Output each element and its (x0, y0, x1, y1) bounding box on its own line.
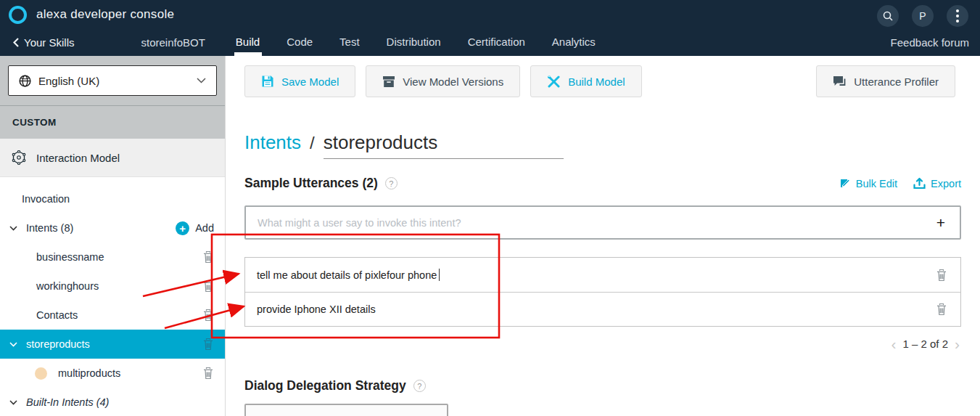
archive-box-icon (382, 76, 395, 88)
sidebar-item-contacts[interactable]: Contacts (0, 301, 225, 330)
delete-intent-button[interactable] (202, 280, 214, 293)
bulk-edit-link[interactable]: Bulk Edit (839, 177, 897, 189)
dialog-delegation-select[interactable] (244, 404, 448, 416)
trash-icon (202, 367, 214, 380)
sidebar: English (UK) CUSTOM Interaction Model In… (0, 56, 225, 416)
dialog-delegation-title: Dialog Delegation Strategy (244, 378, 406, 393)
export-icon (913, 177, 926, 189)
intent-label: businessname (36, 251, 104, 263)
top-header: alexa developer console P Your Skills st… (0, 0, 980, 56)
tab-code[interactable]: Code (287, 29, 313, 57)
page-prev-button[interactable]: ‹ (891, 336, 896, 351)
language-label: English (UK) (38, 75, 99, 87)
invocation-label: Invocation (22, 193, 70, 205)
sidebar-item-built-in-intents[interactable]: Built-In Intents (4) (0, 388, 225, 416)
export-link[interactable]: Export (913, 177, 961, 189)
delete-intent-button[interactable] (202, 367, 214, 380)
tab-analytics[interactable]: Analytics (552, 29, 596, 57)
plus-circle-icon: + (176, 221, 189, 235)
sidebar-item-intents[interactable]: Intents (8) + Add (0, 213, 225, 242)
utterance-input[interactable] (246, 217, 922, 229)
utterance-profiler-label: Utterance Profiler (854, 76, 939, 88)
feedback-forum-link[interactable]: Feedback forum (891, 36, 969, 49)
sidebar-item-multiproducts[interactable]: multiproducts (0, 359, 225, 388)
trash-icon (936, 303, 947, 316)
utterance-row[interactable]: tell me about details of pixlefour phone (245, 258, 960, 292)
tab-distribution[interactable]: Distribution (387, 29, 441, 57)
trash-icon (202, 309, 214, 322)
tab-build[interactable]: Build (236, 29, 260, 57)
back-label: Your Skills (24, 36, 74, 49)
chevron-left-icon (13, 38, 19, 47)
delete-utterance-button[interactable] (936, 303, 947, 316)
kebab-menu-icon (956, 9, 959, 23)
tab-test[interactable]: Test (339, 29, 360, 57)
sidebar-item-workinghours[interactable]: workinghours (0, 272, 225, 301)
intent-label: workinghours (36, 280, 99, 292)
intent-label: storeproducts (26, 338, 90, 350)
bulk-edit-label: Bulk Edit (856, 178, 897, 189)
breadcrumb-intents-link[interactable]: Intents (244, 131, 301, 154)
breadcrumb-separator: / (310, 133, 315, 153)
view-model-versions-button[interactable]: View Model Versions (366, 65, 520, 97)
sidebar-item-invocation[interactable]: Invocation (0, 184, 225, 213)
add-label: Add (195, 222, 214, 234)
delete-intent-button[interactable] (202, 250, 214, 264)
help-icon[interactable]: ? (413, 380, 426, 392)
chevron-down-icon (197, 78, 206, 83)
intents-group-label: Intents (8) (26, 222, 73, 234)
trash-icon (202, 338, 214, 351)
sample-utterances-title: Sample Utterances (2) (244, 176, 378, 191)
utterance-text: tell me about details of pixlefour phone (257, 269, 437, 281)
tab-certification[interactable]: Certification (468, 29, 525, 57)
text-cursor (439, 269, 440, 281)
search-icon (883, 11, 893, 21)
slot-dot-icon (35, 367, 47, 380)
trash-icon (936, 269, 947, 282)
sidebar-nav: Invocation Intents (8) + Add businessnam… (0, 177, 225, 416)
back-your-skills-link[interactable]: Your Skills (13, 36, 74, 49)
add-utterance-button[interactable]: + (922, 215, 960, 230)
chevron-down-icon (9, 342, 17, 347)
build-model-label: Build Model (568, 76, 625, 88)
chevron-down-icon (9, 226, 17, 231)
utterance-text: provide Iphone XII details (257, 303, 376, 315)
bulk-edit-icon (839, 178, 851, 189)
help-icon[interactable]: ? (385, 177, 398, 189)
language-area: English (UK) (0, 56, 225, 105)
interaction-model-icon (12, 150, 26, 165)
page-next-button[interactable]: › (955, 336, 960, 351)
alexa-logo-icon (9, 6, 27, 24)
save-model-button[interactable]: Save Model (244, 65, 355, 97)
delete-intent-button[interactable] (202, 338, 214, 351)
sidebar-item-interaction-model[interactable]: Interaction Model (0, 139, 225, 177)
search-button[interactable] (877, 5, 899, 27)
main-nav-tabs: Build Code Test Distribution Certificati… (236, 29, 622, 57)
pagination: ‹ 1 – 2 of 2 › (244, 336, 961, 351)
build-tools-icon (547, 75, 561, 89)
globe-icon (19, 75, 31, 87)
sidebar-item-storeproducts[interactable]: storeproducts (0, 330, 225, 359)
intent-name-field[interactable]: storeproducts (324, 131, 564, 159)
section-custom: CUSTOM (0, 105, 225, 139)
breadcrumb: Intents / storeproducts (244, 131, 961, 159)
build-model-button[interactable]: Build Model (530, 65, 641, 97)
delete-intent-button[interactable] (202, 309, 214, 322)
new-utterance-row: + (244, 205, 961, 240)
save-model-label: Save Model (281, 76, 339, 88)
export-label: Export (931, 178, 961, 189)
brand-title: alexa developer console (36, 7, 174, 22)
sidebar-item-businessname[interactable]: businessname (0, 242, 225, 272)
kebab-menu-button[interactable] (947, 5, 968, 27)
intent-label: Contacts (36, 309, 78, 321)
utterance-row[interactable]: provide Iphone XII details (245, 292, 960, 326)
chevron-down-icon (9, 400, 17, 405)
add-intent-button[interactable]: + Add (176, 221, 214, 235)
save-icon (261, 75, 274, 88)
avatar[interactable]: P (912, 5, 934, 27)
view-model-versions-label: View Model Versions (403, 76, 503, 88)
language-selector[interactable]: English (UK) (8, 65, 217, 96)
utterance-list: tell me about details of pixlefour phone… (244, 257, 961, 327)
delete-utterance-button[interactable] (936, 269, 947, 282)
utterance-profiler-button[interactable]: Utterance Profiler (816, 65, 955, 97)
